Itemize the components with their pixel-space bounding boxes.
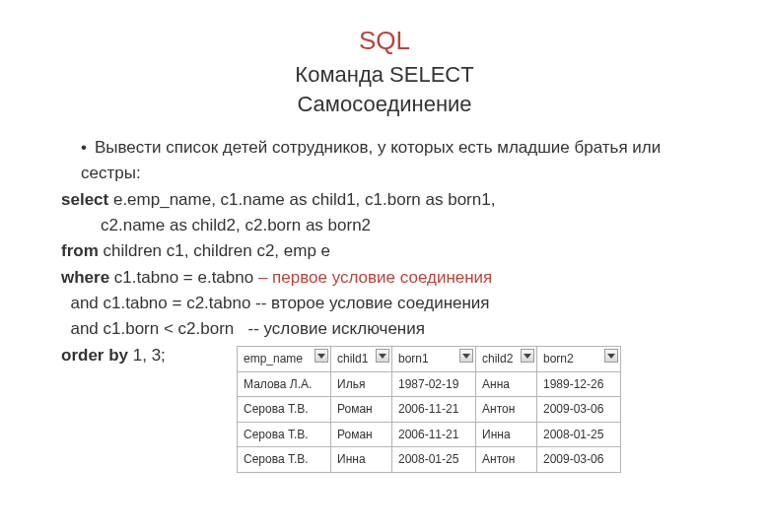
cell: Антон — [476, 397, 537, 423]
col-label: child2 — [482, 352, 513, 366]
comment-2: -- второе условие соединения — [255, 294, 490, 312]
dropdown-icon[interactable] — [376, 349, 389, 363]
subtitle-2: Самосоединение — [0, 92, 769, 117]
cell: Роман — [331, 422, 392, 447]
table-row: Серова Т.В. Инна 2008-01-25 Антон 2009-0… — [238, 447, 621, 473]
subtitle-1: Команда SELECT — [0, 62, 769, 88]
slide-body: •Вывести список детей сотрудников, у кот… — [0, 135, 769, 473]
task-label: Вывести список детей сотрудников, у кото… — [81, 138, 661, 182]
sql-line-and1: and c1.tabno = c2.tabno -- второе услови… — [59, 291, 710, 316]
dropdown-icon[interactable] — [521, 349, 534, 363]
result-table: emp_name child1 born1 child2 born2 Малов… — [237, 346, 621, 473]
and1-body: and c1.tabno = c2.tabno — [61, 294, 255, 312]
sql-line-select: select e.emp_name, c1.name as child1, c1… — [59, 187, 710, 213]
kw-select: select — [61, 190, 108, 209]
col-label: emp_name — [244, 352, 303, 366]
bullet-icon: • — [81, 138, 95, 157]
cell: 1989-12-26 — [537, 371, 621, 397]
comment-3: -- условие исключения — [247, 319, 424, 338]
dropdown-icon[interactable] — [604, 349, 618, 363]
col-label: born1 — [398, 352, 429, 366]
kw-order: order by — [61, 346, 128, 365]
table-row: Серова Т.В. Роман 2006-11-21 Антон 2009-… — [238, 397, 621, 423]
and2-body: and c1.born < c2.born — [61, 319, 247, 338]
task-text: •Вывести список детей сотрудников, у кот… — [59, 135, 710, 187]
cell: Роман — [331, 397, 392, 423]
where-body: c1.tabno = e.tabno — [109, 268, 258, 287]
svg-marker-0 — [317, 354, 325, 359]
svg-marker-1 — [379, 354, 386, 359]
cell: Малова Л.А. — [238, 371, 331, 397]
cell: 1987-02-19 — [392, 371, 476, 397]
cell: 2009-03-06 — [537, 447, 621, 473]
table-row: Серова Т.В. Роман 2006-11-21 Инна 2008-0… — [238, 422, 621, 447]
cell: Серова Т.В. — [238, 447, 331, 473]
cell: Анна — [476, 371, 537, 397]
select-cols2: c2.name as child2, c2.born as born2 — [101, 216, 371, 234]
sql-line-where: where c1.tabno = e.tabno – первое услови… — [59, 265, 710, 291]
cell: Антон — [476, 447, 537, 473]
cell: Серова Т.В. — [238, 397, 331, 423]
col-born1[interactable]: born1 — [392, 347, 476, 372]
col-child1[interactable]: child1 — [331, 347, 392, 372]
sql-line-and2: and c1.born < c2.born -- условие исключе… — [59, 316, 710, 342]
col-emp-name[interactable]: emp_name — [238, 347, 331, 372]
cell: 2008-01-25 — [392, 447, 476, 473]
col-label: born2 — [543, 352, 574, 366]
cell: 2009-03-06 — [537, 397, 621, 423]
cell: Инна — [476, 422, 537, 447]
svg-marker-3 — [524, 354, 531, 359]
cell: Инна — [331, 447, 392, 473]
dropdown-icon[interactable] — [459, 349, 473, 363]
cell: Серова Т.В. — [238, 422, 331, 447]
cell: 2006-11-21 — [392, 422, 476, 447]
table-row: Малова Л.А. Илья 1987-02-19 Анна 1989-12… — [238, 371, 621, 397]
table-body: Малова Л.А. Илья 1987-02-19 Анна 1989-12… — [238, 371, 621, 472]
table-header-row: emp_name child1 born1 child2 born2 — [238, 347, 621, 372]
kw-where: where — [61, 268, 109, 287]
title: SQL — [0, 26, 769, 56]
select-cols: e.emp_name, c1.name as child1, c1.born a… — [108, 190, 495, 209]
dropdown-icon[interactable] — [315, 349, 328, 363]
svg-marker-2 — [462, 354, 470, 359]
slide-header: SQL Команда SELECT Самосоединение — [0, 0, 769, 135]
order-body: 1, 3; — [128, 346, 166, 365]
svg-marker-4 — [607, 354, 615, 359]
cell: 2008-01-25 — [537, 422, 621, 447]
col-child2[interactable]: child2 — [476, 347, 537, 372]
kw-from: from — [61, 241, 99, 260]
col-born2[interactable]: born2 — [537, 347, 621, 372]
comment-1: – первое условие соединения — [258, 268, 492, 287]
col-label: child1 — [337, 352, 368, 366]
sql-line-from: from children c1, children c2, emp e — [59, 238, 710, 264]
cell: Илья — [331, 371, 392, 397]
cell: 2006-11-21 — [392, 397, 476, 423]
from-body: children c1, children c2, emp e — [99, 241, 330, 260]
sql-line-select-cont: c2.name as child2, c2.born as born2 — [59, 213, 710, 238]
